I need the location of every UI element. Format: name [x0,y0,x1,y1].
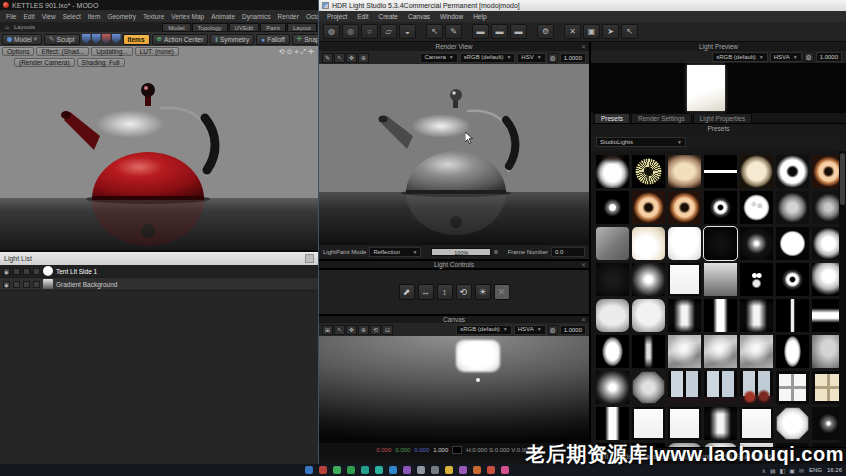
presets-scrollbar[interactable] [839,151,846,447]
hdrls-menu-help[interactable]: Help [473,13,486,20]
taskbar-app-icon-10[interactable] [445,466,453,474]
round-light-icon[interactable]: ◍ [323,24,340,39]
visibility-toggle-icon[interactable]: ◉ [3,281,10,288]
tab-render-settings[interactable]: Render Settings [631,113,692,123]
pan-icon[interactable]: ✥ [346,325,357,335]
falloff-button[interactable]: ●Falloff [256,34,290,45]
taskbar-app-icon-5[interactable] [375,466,383,474]
spot-light-icon[interactable]: ○ [361,24,378,39]
preset-thumbnail-capsule[interactable] [596,335,629,368]
preview-display-dropdown[interactable]: HSVA▼ [770,52,802,62]
shield-icon-2[interactable] [102,34,111,44]
canvas-display-dropdown[interactable]: HSVA▼ [514,325,546,335]
modo-titlebar[interactable]: KETTLES 901.lxo* - MODO [0,0,318,10]
preset-thumbnail-octagon[interactable] [632,371,665,404]
modo-tab-uvedit[interactable]: UVEdit [229,23,260,32]
gear-icon[interactable]: ⚙ [804,52,814,62]
hdrls-titlebar[interactable]: HDR Light Studio 5.3.4Commercial Permane… [319,0,846,11]
hdrls-menu-canvas[interactable]: Canvas [408,13,430,20]
modo-tab-paint[interactable]: Paint [260,23,286,32]
preset-thumbnail-warm-rect[interactable] [668,155,701,188]
items-mode-button[interactable]: Items [123,34,150,45]
zoom-icon[interactable]: ⊕ [358,325,369,335]
modo-menu-animate[interactable]: Animate [211,13,235,20]
model-mode-button[interactable]: Model▾ [2,34,42,45]
close-icon[interactable]: ✕ [581,43,586,50]
shield-icon-1[interactable] [92,34,101,44]
preset-thumbnail-window-red[interactable] [740,371,773,404]
tab-light-properties[interactable]: Light Properties [693,113,753,123]
preset-thumbnail-glow-sq[interactable] [632,263,665,296]
preset-thumbnail-glow[interactable] [740,227,773,260]
panel-corner-box[interactable] [305,254,314,263]
effect-button[interactable]: Effect: (Shad... [36,47,89,56]
hdrls-menu-window[interactable]: Window [440,13,463,20]
sphere-light-icon[interactable]: ◒ [399,24,416,39]
preset-thumbnail-ring-small[interactable] [776,263,809,296]
preset-thumbnail-octagon-white[interactable] [776,407,809,440]
toggle-icon[interactable] [23,281,30,288]
taskbar-app-icon-7[interactable] [403,466,411,474]
taskbar-app-icon-8[interactable] [417,466,425,474]
preset-thumbnail-black-sel[interactable] [704,227,737,260]
colorspace-dropdown[interactable]: sRGB (default)▼ [460,53,516,63]
hdrls-menu-project[interactable]: Project [327,13,347,20]
modo-menu-vertex-map[interactable]: Vertex Map [171,13,204,20]
light-paint-icon[interactable]: ✎ [445,24,462,39]
canvas-colorspace-dropdown[interactable]: sRGB (default)▼ [456,325,512,335]
frame-number-value[interactable]: 0.0 [551,247,585,257]
pause-button[interactable]: II [494,249,497,255]
toggle-icon[interactable] [33,281,40,288]
preset-strip-icon[interactable]: ▬ [472,24,489,39]
paint-icon[interactable]: ✎ [322,53,333,63]
brightness-icon[interactable]: ☀ [475,284,491,300]
modo-menu-geometry[interactable]: Geometry [107,13,136,20]
hdri-canvas[interactable] [319,336,589,443]
pointer-icon[interactable]: ↖ [334,325,345,335]
preset-thumbnail-white-rounded[interactable] [668,227,701,260]
preset-thumbnail-white-sq[interactable] [632,407,665,440]
taskbar-app-icon-13[interactable] [487,466,495,474]
scrollbar-thumb[interactable] [840,153,845,205]
preset-thumbnail-glow-sq[interactable] [596,371,629,404]
home-icon[interactable]: ⌂ [0,24,14,30]
render-viewport[interactable] [319,64,589,245]
preset-thumbnail-circle[interactable] [776,227,809,260]
picker-icon[interactable]: ↖ [426,24,443,39]
rotate-icon[interactable]: ⟲ [456,284,472,300]
modo-menu-edit[interactable]: Edit [23,13,34,20]
modo-tab-topology[interactable]: Topology [192,23,228,32]
preset-thumbnail-v-bar-short[interactable] [632,335,665,368]
modo-menu-octane[interactable]: Octane [306,13,318,20]
taskbar-app-icon-6[interactable] [389,466,397,474]
taskbar-app-icon-14[interactable] [501,466,509,474]
lut-button[interactable]: LUT: (none) [135,47,179,56]
round-light-2-icon[interactable]: ◎ [342,24,359,39]
viewport-nav-icons[interactable]: ⟲⊙⌖⤢✛ [279,48,316,56]
preset-thumbnail-strip[interactable] [704,155,737,188]
move-arrow-icon[interactable]: ➤ [602,24,619,39]
snap-button[interactable]: ✛Snap [292,34,318,45]
preset-thumbnail-v-grad[interactable] [740,299,773,332]
shield-icon-0[interactable] [82,34,91,44]
modo-menu-select[interactable]: Select [63,13,81,20]
toggle-icon[interactable] [33,268,40,275]
modo-menu-dynamics[interactable]: Dynamics [242,13,271,20]
camera-dropdown[interactable]: Camera▼ [420,53,457,63]
preset-thumbnail-tex-sq[interactable] [668,335,701,368]
area-light-icon[interactable]: ▱ [380,24,397,39]
preset-strip-2-icon[interactable]: ▬ [510,24,527,39]
preset-thumbnail-burst[interactable] [632,155,665,188]
preset-thumbnail-window[interactable] [704,371,737,404]
exposure-value[interactable]: 1.0000 [560,53,586,63]
preset-thumbnail-ring-copper[interactable] [668,191,701,224]
frame-icon[interactable]: ▣ [583,24,600,39]
preset-thumbnail-soft-octagon[interactable] [776,191,809,224]
taskbar-app-icon-1[interactable] [319,466,327,474]
preset-thumbnail-v-grad[interactable] [704,407,737,440]
preview-exposure-value[interactable]: 1.0000 [816,52,842,62]
symmetry-button[interactable]: ‖Symmetry [210,34,254,45]
preset-thumbnail-v-line[interactable] [776,299,809,332]
preset-thumbnail-dark[interactable] [596,263,629,296]
close-icon[interactable]: ✕ [581,316,586,323]
